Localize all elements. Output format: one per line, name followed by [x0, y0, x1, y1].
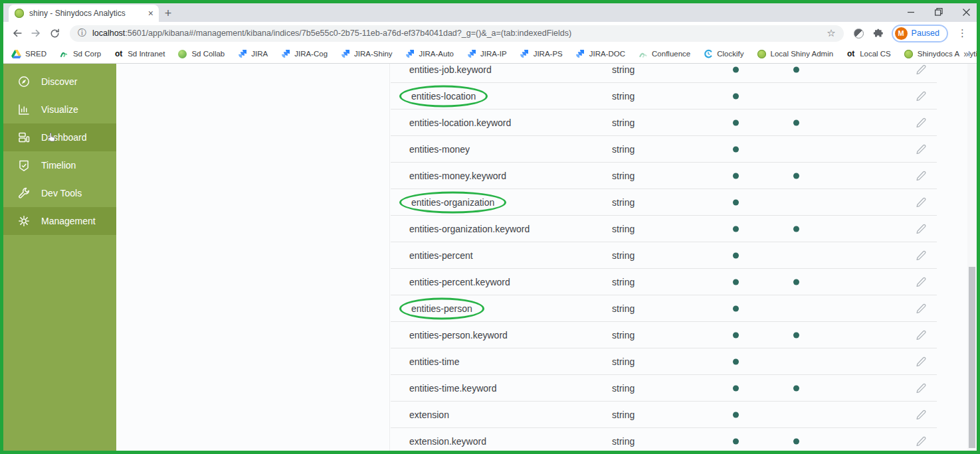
edit-pencil-icon[interactable] — [916, 250, 927, 261]
table-row: extension string — [391, 402, 937, 428]
bookmark-star-icon[interactable]: ☆ — [827, 27, 835, 39]
searchable-dot-icon — [733, 226, 739, 232]
searchable-dot-icon — [733, 119, 739, 125]
browser-menu-icon[interactable]: ⋮ — [955, 27, 970, 39]
table-row: entities-location string — [391, 83, 937, 110]
minimize-button[interactable] — [908, 7, 915, 19]
url-text[interactable]: localhost:5601/app/kibana#/management/ki… — [92, 29, 821, 38]
aggregatable-dot-icon — [793, 119, 799, 125]
edit-pencil-icon[interactable] — [916, 170, 927, 181]
indexed-fields-panel: entities-job.keyword string entities-loc… — [116, 64, 977, 451]
edit-pencil-icon[interactable] — [916, 329, 927, 340]
panel-divider — [389, 64, 390, 451]
edit-pencil-icon[interactable] — [916, 276, 927, 287]
searchable-dot-icon — [733, 412, 739, 417]
jira-icon — [405, 49, 415, 58]
reload-button[interactable] — [47, 28, 62, 39]
bookmark-label: Local CS — [860, 50, 891, 58]
bookmark-item[interactable]: JIRA-Shiny — [340, 49, 393, 58]
edit-pencil-icon[interactable] — [916, 196, 927, 208]
screen-recording-frame: shiny - Shinydocs Analytics × + ⓘ localh… — [0, 0, 980, 454]
field-type: string — [612, 436, 635, 447]
edit-pencil-icon[interactable] — [916, 64, 927, 75]
edit-pencil-icon[interactable] — [916, 356, 927, 367]
new-tab-button[interactable]: + — [159, 5, 177, 22]
table-row: entities-time string — [391, 348, 937, 375]
jira-icon — [340, 49, 350, 58]
scrollbar-thumb[interactable] — [969, 267, 975, 448]
sidebar-item-dev-tools[interactable]: Dev Tools — [3, 179, 116, 207]
back-button[interactable] — [10, 27, 25, 39]
sidebar-item-management[interactable]: Management — [3, 207, 116, 235]
sidebar-item-dashboard[interactable]: Dashboard — [3, 123, 116, 151]
scrollbar-track[interactable] — [967, 64, 977, 451]
bookmark-item[interactable]: Sd Collab — [177, 50, 225, 58]
edit-pencil-icon[interactable] — [916, 409, 927, 420]
searchable-dot-icon — [733, 438, 739, 444]
bookmarks-bar: SRED Sd Corp ot Sd Intranet Sd Collab JI… — [3, 44, 977, 63]
field-name: entities-money — [409, 144, 470, 155]
table-row: entities-organization string — [391, 189, 937, 216]
bookmark-item[interactable]: JIRA-DOC — [575, 49, 625, 58]
field-name: entities-time.keyword — [409, 383, 497, 394]
field-type: string — [612, 117, 635, 128]
bookmark-item[interactable]: JIRA-PS — [520, 49, 563, 58]
slash-green-icon — [59, 49, 69, 58]
profile-button[interactable]: M Paused — [892, 25, 948, 42]
bookmark-label: JIRA-DOC — [589, 50, 625, 58]
field-type: string — [612, 356, 635, 367]
forward-button[interactable] — [29, 27, 43, 39]
searchable-dot-icon — [733, 199, 739, 205]
bookmark-label: Sd Collab — [191, 50, 225, 58]
edit-pencil-icon[interactable] — [916, 90, 927, 102]
field-type: string — [612, 171, 635, 181]
bookmark-item[interactable]: Local Shiny Admin — [757, 50, 834, 58]
bookmarks-overflow-chevron[interactable]: » — [959, 48, 969, 59]
aggregatable-dot-icon — [793, 438, 799, 444]
mouse-hand-cursor-icon — [46, 131, 58, 146]
searchable-dot-icon — [733, 305, 739, 311]
tab-close-icon[interactable]: × — [148, 9, 153, 18]
jira-icon — [575, 49, 585, 58]
restore-button[interactable] — [935, 7, 943, 19]
url-host: localhost — [92, 29, 125, 38]
edit-pencil-icon[interactable] — [916, 223, 927, 234]
jira-icon — [466, 49, 476, 58]
bookmark-item[interactable]: Confluence — [638, 49, 690, 58]
bookmark-item[interactable]: ot Sd Intranet — [114, 50, 165, 58]
bookmark-item[interactable]: Clockify — [703, 49, 743, 58]
extension-halfmoon-icon[interactable] — [852, 29, 866, 38]
browser-tab[interactable]: shiny - Shinydocs Analytics × — [9, 5, 159, 22]
bookmark-label: JIRA-Shiny — [354, 50, 393, 58]
edit-pencil-icon[interactable] — [916, 117, 927, 128]
extensions-puzzle-icon[interactable] — [870, 28, 885, 38]
table-row: entities-organization.keyword string — [391, 216, 937, 242]
sidebar-item-visualize[interactable]: Visualize — [3, 96, 116, 123]
edit-pencil-icon[interactable] — [916, 435, 927, 447]
bookmark-item[interactable]: JIRA-Cog — [280, 49, 328, 58]
sidebar-item-label: Timelion — [41, 160, 76, 171]
close-window-button[interactable] — [963, 7, 970, 19]
edit-pencil-icon[interactable] — [916, 303, 927, 314]
sidebar-item-discover[interactable]: Discover — [3, 68, 116, 96]
table-row: entities-person string — [391, 295, 937, 322]
tab-title: shiny - Shinydocs Analytics — [29, 9, 143, 18]
table-row: entities-time.keyword string — [391, 375, 937, 402]
bookmark-item[interactable]: SRED — [11, 50, 47, 58]
confluence-icon — [638, 49, 648, 58]
edit-pencil-icon[interactable] — [916, 382, 927, 394]
searchable-dot-icon — [733, 93, 739, 99]
edit-pencil-icon[interactable] — [916, 143, 927, 155]
address-bar[interactable]: ⓘ localhost:5601/app/kibana#/management/… — [70, 25, 844, 42]
kibana-sidebar: Discover Visualize Dashboard Timelion De… — [3, 64, 116, 451]
bookmark-item[interactable]: ot Local CS — [846, 50, 891, 58]
site-info-icon[interactable]: ⓘ — [78, 27, 86, 39]
bookmark-item[interactable]: Sd Corp — [59, 49, 101, 58]
bookmark-item[interactable]: JIRA-Auto — [405, 49, 454, 58]
field-name: entities-person.keyword — [409, 330, 508, 340]
bookmark-item[interactable]: JIRA — [237, 49, 268, 58]
searchable-dot-icon — [733, 173, 739, 179]
sidebar-item-timelion[interactable]: Timelion — [3, 151, 116, 179]
bookmark-item[interactable]: JIRA-IP — [466, 49, 507, 58]
timelion-shield-icon — [17, 159, 31, 172]
